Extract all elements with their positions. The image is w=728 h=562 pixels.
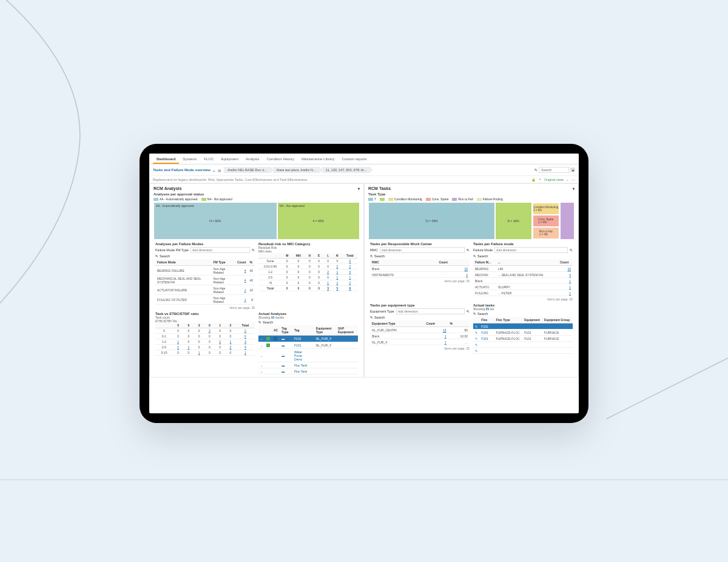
task-ratio-panel: Task vs ETBC/ETBF ratio Task count ETBC/… [153,312,257,374]
showing-count: Showing 10 results [258,316,358,319]
tab-floc[interactable]: FLOC [200,155,217,164]
table-row[interactable]: ✎F101FURNACE-FLOCF101FURNACE [473,336,573,342]
pereq-pager[interactable]: Items per page: 25 [370,347,470,350]
per-fm-title: Tasks per Failure mode [473,242,573,246]
app-screen: Dashboard Systems FLOC Equipment Analysi… [149,154,579,413]
breadcrumb-1[interactable]: Arefini NEL BASE Run d... [224,167,271,173]
search-icon[interactable] [467,248,470,252]
global-search-input[interactable] [539,167,569,173]
tab-custom-reports[interactable]: Custom reports [338,155,370,164]
tab-equipment[interactable]: Equipment [217,155,242,164]
rwc-add-dimension[interactable] [380,247,465,253]
task-ratio-matrix: 563012Total 00002002 0-10000000 1-210002… [155,323,255,356]
tasks-per-eq-panel: Tasks per equipment type Equipment Type … [368,303,471,354]
pereq-add-dimension[interactable] [396,308,465,314]
table-row: 0.01-0.990000022 [258,264,358,269]
rwc-panel: Tasks per Responsible Work Center RWC Se… [368,242,471,301]
tab-dashboard[interactable]: Dashboard [153,155,179,164]
lock-icon[interactable]: 🔒 [531,178,536,181]
perfm-pager[interactable]: Items per page: 25 [473,297,573,301]
chevron-down-icon: ⌄ [212,168,215,172]
table-row[interactable]: NL_FUR_CENTRI1380 [370,327,470,333]
table-row[interactable]: FOULING... FILTER1 [473,290,573,296]
table-row[interactable]: MECHANICAL SEAL AND SEAL SYSTEM FAINon-A… [155,276,255,285]
rwc-pager[interactable]: Items per page: 25 [370,279,470,283]
table-row[interactable]: ⌄▬Floc Tank [258,368,358,374]
table-row: 1-20000213 [258,269,358,275]
search-icon[interactable] [473,312,476,316]
tasks-per-fm-panel: Tasks per Failure mode Failure Mode Sear… [471,242,575,301]
table-row[interactable]: BEARINGLIM10 [473,266,573,272]
filter-icon[interactable] [570,168,575,172]
actual-tasks-panel: Actual tasks Showing 25 res Search FlocF… [471,303,575,354]
per-eq-title: Tasks per equipment type [370,303,470,307]
tab-analysis[interactable]: Analysis [242,155,263,164]
plus-icon[interactable]: ＋ [538,177,542,181]
actual-analyses-panel: Actual Analyses Showing 10 results Searc… [257,312,360,374]
task-type-title: Task Type [368,192,575,196]
page-subtitle: Replacement for legacy dashboards: Risk,… [153,178,308,181]
search-icon[interactable] [473,254,476,258]
approval-status-title: Analyses per approval status [153,192,360,196]
search-icon[interactable] [370,316,373,319]
table-row[interactable]: ⌄▬F101NL_FUR_X [258,336,358,342]
table-row[interactable]: NL_FUR_X1... [370,339,470,345]
tablet-frame: Dashboard Systems FLOC Equipment Analysi… [140,144,588,423]
table-row[interactable]: ⌄▬F101NL_FUR_X [258,342,358,349]
table-row[interactable]: MECHAN... SEAL AND SEAL SYSTEM FAI4 [473,272,573,278]
fm-pager[interactable]: Items per page: 25 [155,306,255,310]
more-icon[interactable]: ⋯ [571,178,575,181]
table-row: >50000112 [258,280,358,286]
search-icon[interactable] [252,248,255,252]
table-row[interactable]: ACTUATOSLURRY1 [473,284,573,290]
residual-matrix: MMHHELNTotal None0000000 0.01-0.99000002… [258,253,358,291]
task-type-treemap[interactable]: 7n = 56% N = 16% Condition Monitoring2 =… [368,202,575,240]
table-row: 2-50000011 [258,275,358,280]
table-row: None0000000 [258,259,358,264]
tab-systems[interactable]: Systems [179,155,200,164]
search-icon[interactable] [370,254,373,258]
perfm-add-dimension[interactable] [494,247,568,253]
table-row[interactable]: Blank1 [473,278,573,284]
rcm-analysis-title: RCM Analysis [153,186,181,191]
search-icon[interactable] [570,248,573,252]
table-row[interactable]: ✎F101FURNACE-FLOCF101FURNACE [473,330,573,336]
funnel-icon[interactable] [358,186,360,191]
page-title-dropdown[interactable]: Tasks and Failure Mode overview ⌄ [153,168,215,172]
table-row[interactable]: ⌄▬Water Pump Demo [258,349,358,362]
table-row[interactable]: ✎F101 [473,323,573,330]
actual-tasks-table: FlocFloc TypeEquipmentEquipment Group ✎F… [473,317,573,354]
table-row[interactable]: FOULING OF FILTERNon-Age Related18 [155,295,255,305]
table-row[interactable]: ⌄▬Floc Tank [258,362,358,368]
approval-treemap[interactable]: AA - Automatically approvedN = 60% NA - … [153,202,360,240]
rcm-tasks-panel: RCM Tasks Task Type 7 Condition Monitori… [364,183,579,377]
page-title-label: Tasks and Failure Mode overview [153,168,211,172]
subtitle-row: Replacement for legacy dashboards: Risk,… [149,176,579,183]
table-row[interactable]: Blank15 [370,266,470,272]
funnel-icon[interactable] [573,186,575,191]
breadcrumb-2[interactable]: Alara test plant, Arefini N... [273,167,320,173]
rcm-tasks-title: RCM Tasks [368,186,391,191]
search-icon[interactable] [258,320,261,324]
task-type-legend: 7 Condition Monitoring Cons. Spare Run t… [368,197,575,201]
table-row[interactable]: INSTRUMENTS2 [370,272,470,278]
search-icon[interactable] [467,310,470,313]
per-eq-table: Equipment TypeCount% NL_FUR_CENTRI1380 B… [370,320,470,345]
tab-maintenance-library[interactable]: Maintenance Library [298,155,338,164]
tree-icon[interactable]: ▤ [218,168,221,172]
tab-condition-history[interactable]: Condition History [263,155,298,164]
failure-modes-table: Failure ModeFM TypeCount% BEARING FAILUR… [155,259,255,305]
rwc-table: RWCCount Blank15 INSTRUMENTS2 [370,259,470,278]
table-row[interactable]: ✎ [473,348,573,354]
fm-add-dimension[interactable] [190,247,250,253]
original-state-label[interactable]: Original state [544,178,564,181]
table-row[interactable]: ACTUATOR FAILURENon-Age Related110 [155,285,255,295]
legend-na: NA - Not approved [201,197,232,201]
table-row[interactable]: Blank110.00 [370,333,470,339]
rwc-title: Tasks per Responsible Work Center [370,242,470,246]
breadcrumb-3[interactable]: 11, 120, 147, 503, 478: Ar... [322,167,371,173]
table-row[interactable]: ✎ [473,342,573,348]
table-row[interactable]: BEARING FAILURENon-Age Related440 [155,266,255,276]
search-icon[interactable] [155,254,158,258]
legend-aa: AA - Automatically approved [153,197,198,201]
